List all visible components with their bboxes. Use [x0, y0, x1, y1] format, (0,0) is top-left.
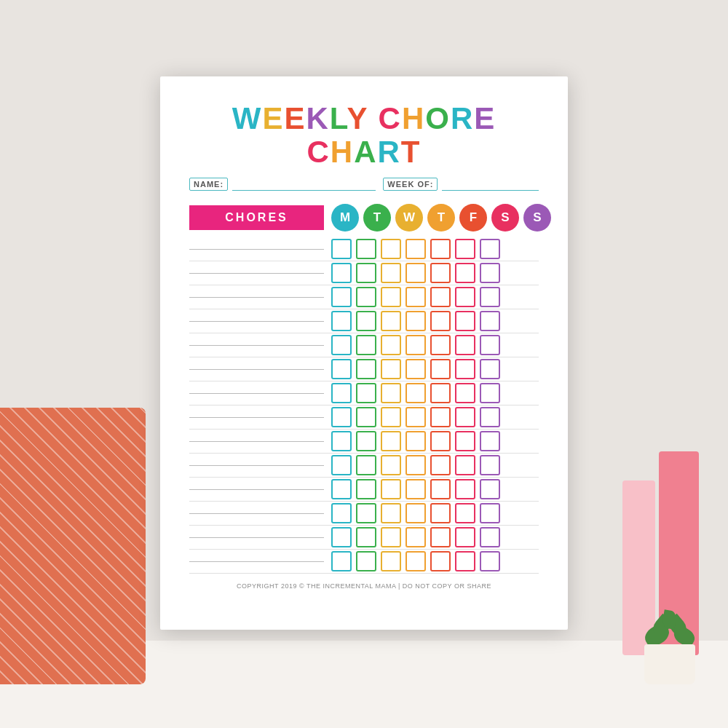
day-checkbox[interactable]	[331, 455, 352, 475]
day-checkbox[interactable]	[480, 263, 500, 283]
day-checkbox[interactable]	[480, 287, 500, 307]
day-checkbox[interactable]	[381, 311, 401, 331]
day-checkbox[interactable]	[356, 239, 376, 259]
day-checkbox[interactable]	[430, 527, 451, 547]
day-checkbox[interactable]	[455, 287, 475, 307]
day-checkbox[interactable]	[356, 479, 376, 499]
day-checkbox[interactable]	[331, 263, 352, 283]
day-checkbox[interactable]	[405, 407, 426, 427]
day-checkbox[interactable]	[430, 239, 451, 259]
chore-line[interactable]	[189, 537, 324, 538]
day-checkbox[interactable]	[381, 551, 401, 571]
day-checkbox[interactable]	[430, 503, 451, 523]
chore-line[interactable]	[189, 369, 324, 370]
day-checkbox[interactable]	[381, 527, 401, 547]
day-checkbox[interactable]	[480, 479, 500, 499]
day-checkbox[interactable]	[430, 407, 451, 427]
chore-line[interactable]	[189, 321, 324, 322]
day-checkbox[interactable]	[480, 503, 500, 523]
day-checkbox[interactable]	[480, 239, 500, 259]
day-checkbox[interactable]	[455, 527, 475, 547]
day-checkbox[interactable]	[480, 431, 500, 451]
day-checkbox[interactable]	[405, 503, 426, 523]
day-checkbox[interactable]	[331, 479, 352, 499]
chore-line[interactable]	[189, 249, 324, 250]
day-checkbox[interactable]	[480, 359, 500, 379]
day-checkbox[interactable]	[405, 479, 426, 499]
chore-line[interactable]	[189, 465, 324, 466]
day-checkbox[interactable]	[381, 287, 401, 307]
day-checkbox[interactable]	[381, 407, 401, 427]
day-checkbox[interactable]	[405, 359, 426, 379]
chore-line[interactable]	[189, 273, 324, 274]
chore-line[interactable]	[189, 513, 324, 514]
day-checkbox[interactable]	[356, 551, 376, 571]
day-checkbox[interactable]	[430, 311, 451, 331]
chore-line[interactable]	[189, 417, 324, 418]
day-checkbox[interactable]	[405, 311, 426, 331]
chore-line[interactable]	[189, 345, 324, 346]
day-checkbox[interactable]	[331, 359, 352, 379]
day-checkbox[interactable]	[455, 311, 475, 331]
day-checkbox[interactable]	[430, 263, 451, 283]
day-checkbox[interactable]	[381, 431, 401, 451]
day-checkbox[interactable]	[480, 551, 500, 571]
week-input-line[interactable]	[442, 178, 539, 191]
day-checkbox[interactable]	[405, 287, 426, 307]
day-checkbox[interactable]	[455, 551, 475, 571]
day-checkbox[interactable]	[430, 455, 451, 475]
day-checkbox[interactable]	[356, 527, 376, 547]
day-checkbox[interactable]	[480, 527, 500, 547]
day-checkbox[interactable]	[381, 239, 401, 259]
day-checkbox[interactable]	[455, 335, 475, 355]
day-checkbox[interactable]	[331, 287, 352, 307]
day-checkbox[interactable]	[430, 359, 451, 379]
day-checkbox[interactable]	[331, 383, 352, 403]
day-checkbox[interactable]	[455, 431, 475, 451]
day-checkbox[interactable]	[381, 383, 401, 403]
day-checkbox[interactable]	[356, 335, 376, 355]
day-checkbox[interactable]	[455, 263, 475, 283]
day-checkbox[interactable]	[331, 335, 352, 355]
day-checkbox[interactable]	[356, 263, 376, 283]
day-checkbox[interactable]	[455, 407, 475, 427]
day-checkbox[interactable]	[356, 383, 376, 403]
day-checkbox[interactable]	[381, 503, 401, 523]
day-checkbox[interactable]	[331, 551, 352, 571]
chore-line[interactable]	[189, 561, 324, 562]
day-checkbox[interactable]	[356, 455, 376, 475]
day-checkbox[interactable]	[331, 503, 352, 523]
chore-line[interactable]	[189, 441, 324, 442]
day-checkbox[interactable]	[430, 551, 451, 571]
day-checkbox[interactable]	[356, 407, 376, 427]
day-checkbox[interactable]	[480, 311, 500, 331]
day-checkbox[interactable]	[480, 455, 500, 475]
day-checkbox[interactable]	[455, 239, 475, 259]
day-checkbox[interactable]	[430, 335, 451, 355]
day-checkbox[interactable]	[356, 287, 376, 307]
day-checkbox[interactable]	[356, 311, 376, 331]
chore-line[interactable]	[189, 297, 324, 298]
day-checkbox[interactable]	[331, 311, 352, 331]
day-checkbox[interactable]	[331, 527, 352, 547]
day-checkbox[interactable]	[381, 455, 401, 475]
day-checkbox[interactable]	[331, 407, 352, 427]
day-checkbox[interactable]	[405, 239, 426, 259]
day-checkbox[interactable]	[430, 383, 451, 403]
day-checkbox[interactable]	[405, 527, 426, 547]
day-checkbox[interactable]	[381, 359, 401, 379]
day-checkbox[interactable]	[405, 335, 426, 355]
day-checkbox[interactable]	[480, 335, 500, 355]
day-checkbox[interactable]	[356, 359, 376, 379]
day-checkbox[interactable]	[455, 383, 475, 403]
day-checkbox[interactable]	[381, 263, 401, 283]
day-checkbox[interactable]	[381, 335, 401, 355]
day-checkbox[interactable]	[331, 431, 352, 451]
day-checkbox[interactable]	[381, 479, 401, 499]
day-checkbox[interactable]	[356, 431, 376, 451]
chore-line[interactable]	[189, 489, 324, 490]
day-checkbox[interactable]	[331, 239, 352, 259]
chore-line[interactable]	[189, 393, 324, 394]
day-checkbox[interactable]	[430, 431, 451, 451]
day-checkbox[interactable]	[455, 359, 475, 379]
